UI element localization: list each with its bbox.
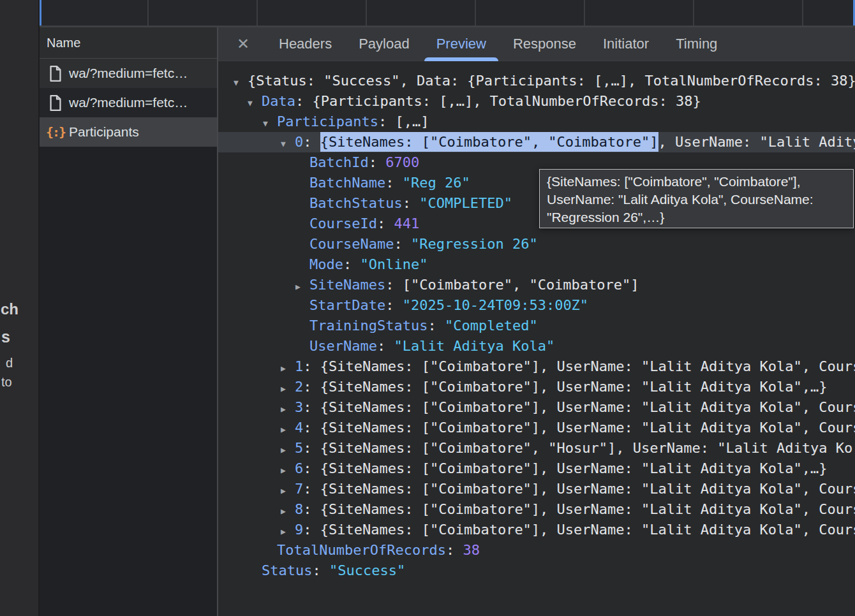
tree-row[interactable]: ▶2: {SiteNames: ["Coimbatore"], UserName… xyxy=(218,377,855,397)
triangle-down-icon[interactable]: ▼ xyxy=(281,134,295,154)
triangle-down-icon[interactable]: ▼ xyxy=(248,93,262,114)
request-row[interactable]: wa/?medium=fetc… xyxy=(40,88,217,117)
tree-segment-plain: {Status: "Success", Data: {Participants:… xyxy=(248,73,855,89)
tree-row[interactable]: Status: "Success" xyxy=(218,561,855,581)
triangle-right-icon[interactable]: ▶ xyxy=(281,399,295,420)
triangle-right-icon[interactable]: ▶ xyxy=(281,522,295,542)
name-column-header-label: Name xyxy=(47,36,80,50)
tree-segment-plain: : {SiteNames: ["Coimbatore"], UserName: … xyxy=(303,522,855,538)
tree-segment-plain: : xyxy=(428,318,445,334)
request-row[interactable]: {:}Participants xyxy=(40,117,217,147)
tree-segment-plain: : {SiteNames: ["Coimbatore"], UserName: … xyxy=(303,481,855,497)
tab-initiator[interactable]: Initiator xyxy=(599,27,653,61)
triangle-down-icon[interactable]: ▼ xyxy=(263,114,277,134)
tree-segment-plain: : xyxy=(385,175,403,191)
tree-segment-string: "2025-10-24T09:53:00Z" xyxy=(403,297,588,313)
tooltip-text-line: "Regression 26",…} xyxy=(547,209,846,226)
tree-segment-plain: : {SiteNames: ["Coimbatore"], UserName: … xyxy=(303,420,855,436)
tree-segment-key: Data xyxy=(262,93,295,109)
tree-segment-key: 2 xyxy=(295,379,303,395)
request-row[interactable]: wa/?medium=fetc… xyxy=(40,59,217,88)
triangle-right-icon[interactable]: ▶ xyxy=(281,440,295,460)
background-page-text-fragment: d xyxy=(6,356,13,370)
triangle-right-icon[interactable]: ▶ xyxy=(281,358,295,379)
active-tab-underline xyxy=(424,57,498,61)
grid-column-divider xyxy=(256,0,258,26)
tree-segment-plain: : [,…] xyxy=(378,114,429,129)
tree-row[interactable]: ▶7: {SiteNames: ["Coimbatore"], UserName… xyxy=(218,479,855,499)
network-requests-sidebar: Name wa/?medium=fetc…wa/?medium=fetc…{:}… xyxy=(40,27,217,616)
triangle-down-icon[interactable]: ▼ xyxy=(234,73,248,93)
tree-row[interactable]: Mode: "Online" xyxy=(218,254,855,275)
tree-segment-plain: : {SiteNames: ["Coimbatore"], UserName: … xyxy=(303,399,855,415)
tab-label: Payload xyxy=(359,36,410,52)
grid-column-divider xyxy=(475,0,476,26)
tab-label: Initiator xyxy=(603,36,649,52)
tree-segment-plain: : ["Coimbatore", "Coimbatore"] xyxy=(385,277,639,293)
tree-segment-plain: : xyxy=(394,236,411,252)
tree-segment-key: TotalNumberOfRecords xyxy=(277,542,446,558)
tree-segment-key: 3 xyxy=(295,399,303,415)
request-name-label: Participants xyxy=(69,124,139,140)
tree-row[interactable]: ▶SiteNames: ["Coimbatore", "Coimbatore"] xyxy=(218,275,855,295)
tree-segment-key: 7 xyxy=(295,481,303,497)
triangle-right-icon[interactable]: ▶ xyxy=(281,420,295,440)
grid-column-divider xyxy=(366,0,367,26)
tab-response[interactable]: Response xyxy=(509,27,580,61)
preview-tree: ▼{Status: "Success", Data: {Participants… xyxy=(218,61,855,581)
tree-segment-plain: : xyxy=(369,154,386,170)
grid-column-divider xyxy=(584,0,585,26)
tree-segment-plain: : {Participants: [,…], TotalNumberOfReco… xyxy=(295,93,701,109)
detail-tab-bar: ✕ HeadersPayloadPreviewResponseInitiator… xyxy=(218,27,855,61)
tab-payload[interactable]: Payload xyxy=(355,27,413,61)
tab-preview[interactable]: Preview xyxy=(433,27,490,61)
triangle-right-icon[interactable]: ▶ xyxy=(281,501,295,522)
tree-segment-plain: : {SiteNames: ["Coimbatore"], UserName: … xyxy=(303,358,855,374)
tree-row[interactable]: CourseName: "Regression 26" xyxy=(218,234,855,254)
triangle-right-icon[interactable]: ▶ xyxy=(295,277,309,297)
tree-row[interactable]: ▼{Status: "Success", Data: {Participants… xyxy=(218,71,855,91)
tree-segment-number: 441 xyxy=(394,216,419,231)
tree-row[interactable]: ▼Participants: [,…] xyxy=(218,112,855,132)
triangle-right-icon[interactable]: ▶ xyxy=(281,379,295,399)
tree-row[interactable]: StartDate: "2025-10-24T09:53:00Z" xyxy=(218,295,855,316)
tree-row[interactable]: ▶8: {SiteNames: ["Coimbatore"], UserName… xyxy=(218,499,855,520)
triangle-right-icon[interactable]: ▶ xyxy=(281,481,295,501)
tree-segment-key: CourseName xyxy=(309,236,394,252)
tree-row[interactable]: ▼Data: {Participants: [,…], TotalNumberO… xyxy=(218,91,855,112)
tab-timing[interactable]: Timing xyxy=(672,27,721,61)
triangle-right-icon[interactable]: ▶ xyxy=(281,460,295,481)
tree-row[interactable]: ▶5: {SiteNames: ["Coimbatore", "Hosur"],… xyxy=(218,438,855,458)
tree-row[interactable]: TotalNumberOfRecords: 38 xyxy=(218,540,855,561)
tree-row[interactable]: ▶1: {SiteNames: ["Coimbatore"], UserName… xyxy=(218,356,855,377)
tree-segment-key: BatchName xyxy=(309,175,385,191)
grid-column-divider xyxy=(693,0,694,26)
network-waterfall-grid xyxy=(40,0,855,26)
tree-segment-plain: : {SiteNames: ["Coimbatore"], UserName: … xyxy=(303,501,855,517)
tree-segment-string: "Regression 26" xyxy=(411,236,538,252)
tree-segment-key: BatchStatus xyxy=(309,195,403,211)
tooltip-text-line: {SiteNames: ["Coimbatore", "Coimbatore"]… xyxy=(547,173,846,191)
tree-row[interactable]: ▶6: {SiteNames: ["Coimbatore"], UserName… xyxy=(218,458,855,479)
tree-row[interactable]: ▶9: {SiteNames: ["Coimbatore"], UserName… xyxy=(218,520,855,540)
tree-row[interactable]: TrainingStatus: "Completed" xyxy=(218,316,855,336)
tree-row[interactable]: ▶4: {SiteNames: ["Coimbatore"], UserName… xyxy=(218,418,855,438)
tree-segment-plain: : xyxy=(343,256,361,272)
tree-row[interactable]: ▶3: {SiteNames: ["Coimbatore"], UserName… xyxy=(218,397,855,418)
tab-container: HeadersPayloadPreviewResponseInitiatorTi… xyxy=(265,27,731,61)
close-icon[interactable]: ✕ xyxy=(235,36,251,52)
grid-column-divider xyxy=(147,0,149,26)
tab-headers[interactable]: Headers xyxy=(275,27,336,61)
tree-row[interactable]: UserName: "Lalit Aditya Kola" xyxy=(218,336,855,356)
request-name-label: wa/?medium=fetc… xyxy=(69,66,188,81)
tree-segment-string: "Lalit Aditya Kola" xyxy=(394,338,554,354)
tree-segment-plain: : {SiteNames: ["Coimbatore"], UserName: … xyxy=(303,460,827,476)
tree-segment-key: 4 xyxy=(295,420,303,436)
name-column-header[interactable]: Name xyxy=(40,27,217,59)
background-page-text-fragment: to xyxy=(1,375,12,390)
tree-segment-plain: : xyxy=(377,216,394,231)
tree-segment-key: 5 xyxy=(295,440,303,456)
tree-segment-plain: : xyxy=(312,562,329,578)
tree-row[interactable]: ▼0: {SiteNames: ["Coimbatore", "Coimbato… xyxy=(218,132,855,152)
tree-segment-string: "Completed" xyxy=(445,318,538,334)
